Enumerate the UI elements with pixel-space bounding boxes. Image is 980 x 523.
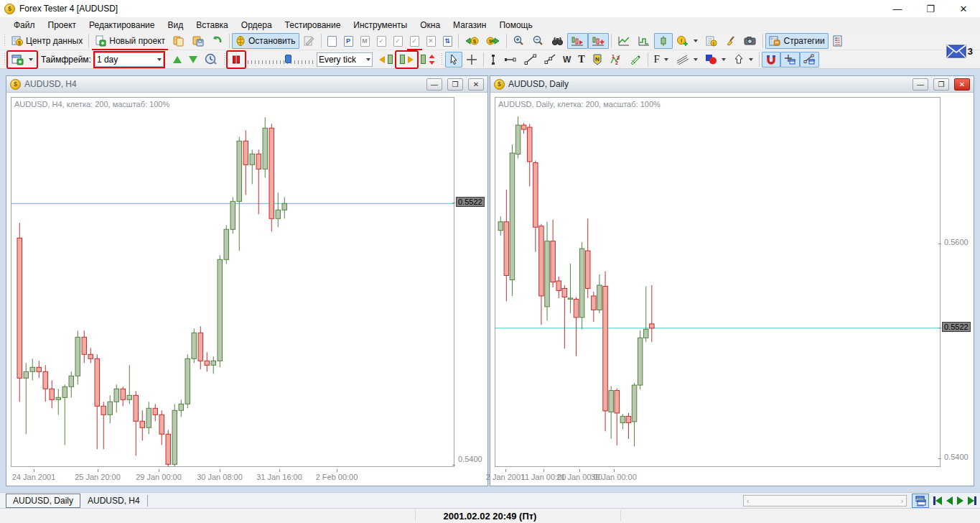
magnet-button[interactable] <box>762 52 780 68</box>
menu-orders[interactable]: Ордера <box>235 19 279 32</box>
tab-scrollbar[interactable]: ‹ › <box>743 495 907 506</box>
snap-crosshair-button[interactable] <box>780 52 800 68</box>
go-first-button[interactable] <box>933 496 942 505</box>
close-doc-button[interactable]: ✕ <box>423 33 439 49</box>
arrows-tool-button[interactable] <box>729 52 757 68</box>
profit-chart-button[interactable]: P <box>340 33 357 49</box>
add-currency-button[interactable]: i <box>673 33 701 49</box>
note-tool-button[interactable]: N <box>589 52 606 68</box>
menu-windows[interactable]: Окна <box>414 19 447 32</box>
go-next-button[interactable] <box>957 496 963 505</box>
close-icon[interactable]: ✕ <box>468 78 484 91</box>
chart-window-titlebar[interactable]: $ AUDUSD, H4 — ❐ ✕ <box>6 76 487 93</box>
minimize-icon[interactable]: — <box>913 78 928 91</box>
step-back-button[interactable] <box>375 52 396 68</box>
new-project-button[interactable]: Новый проект <box>91 33 169 49</box>
strategies-button[interactable]: Стратегии <box>765 33 829 49</box>
channels-tool-button[interactable] <box>672 52 701 68</box>
price-axis[interactable]: 0.56000.55220.5400 <box>941 97 973 467</box>
restore-icon[interactable]: ❐ <box>914 0 947 17</box>
withdraw-money-button[interactable]: $ <box>461 33 482 49</box>
notifications[interactable]: 3 <box>946 45 973 58</box>
vertical-line-tool-button[interactable] <box>486 52 500 68</box>
menu-testing[interactable]: Тестирование <box>279 19 347 32</box>
menu-project[interactable]: Проект <box>42 19 83 32</box>
crosshair-tool-button[interactable] <box>462 52 481 68</box>
chart-canvas-daily[interactable]: AUDUSD, Daily, клетка: 200, масштаб: 100… <box>495 97 941 467</box>
new-chart-window-button[interactable] <box>8 52 37 68</box>
marker-tool-button[interactable] <box>626 52 645 68</box>
step-forward-button[interactable] <box>396 52 417 68</box>
menu-help[interactable]: Помощь <box>493 19 538 32</box>
menu-view[interactable]: Вид <box>161 19 190 32</box>
candle-chart-mode-button[interactable] <box>654 33 673 49</box>
tick-mode-select[interactable]: Every tick <box>317 52 373 67</box>
zoom-out-button[interactable] <box>528 33 548 49</box>
candles-plot[interactable] <box>11 98 454 466</box>
minimize-icon[interactable]: — <box>426 78 442 91</box>
scroll-left-icon[interactable]: ‹ <box>747 497 749 505</box>
scroll-right-icon[interactable]: › <box>901 497 903 505</box>
zoom-in-button[interactable] <box>509 33 528 49</box>
time-axis[interactable]: 24 Jan 200125 Jan 20:0029 Jan 00:0030 Ja… <box>11 469 454 483</box>
time-settings-button[interactable] <box>201 52 221 68</box>
close-icon[interactable]: ✕ <box>954 78 970 91</box>
copy-project-button[interactable] <box>169 33 188 49</box>
tab-audusd-daily[interactable]: AUDUSD, Daily <box>6 494 80 508</box>
save-project-button[interactable] <box>188 33 207 49</box>
chart-canvas-h4[interactable]: AUDUSD, H4, клетка: 200, масштаб: 100% <box>11 97 454 467</box>
elliott-wave-tool-button[interactable]: 132 <box>606 52 626 68</box>
pause-button[interactable] <box>228 52 245 68</box>
step-updown-button[interactable] <box>417 52 439 68</box>
menu-store[interactable]: Магазин <box>447 19 493 32</box>
cursor-tool-button[interactable] <box>445 52 462 68</box>
menu-insert[interactable]: Вставка <box>190 19 235 32</box>
ray-tool-button[interactable] <box>540 52 559 68</box>
price-axis[interactable]: 0.55220.5400 <box>455 97 487 467</box>
margin-chart-button[interactable]: M <box>357 33 373 49</box>
speed-slider-thumb[interactable] <box>285 55 291 63</box>
chart-window-titlebar[interactable]: $ AUDUSD, Daily — ❐ ✕ <box>490 76 974 93</box>
text-tool-button[interactable]: T <box>574 52 588 68</box>
tile-windows-button[interactable] <box>912 494 929 508</box>
screenshot-button[interactable] <box>740 33 760 49</box>
go-prev-button[interactable] <box>946 496 953 505</box>
menu-tools[interactable]: Инструменты <box>347 19 414 32</box>
check-doc-2-button[interactable]: ✓ <box>390 33 406 49</box>
minimize-icon[interactable]: — <box>881 0 914 17</box>
line-chart-mode-button[interactable] <box>614 33 634 49</box>
find-button[interactable] <box>548 33 567 49</box>
trendline-tool-button[interactable] <box>521 52 540 68</box>
candles-plot[interactable] <box>495 98 940 466</box>
stop-test-button[interactable]: Остановить <box>232 33 299 49</box>
shapes-tool-button[interactable] <box>701 52 729 68</box>
horizontal-line-tool-button[interactable] <box>500 52 521 68</box>
deposit-money-button[interactable]: $ <box>482 33 504 49</box>
check-doc-1-button[interactable]: ✓ <box>373 33 390 49</box>
clear-charts-button[interactable] <box>721 33 740 49</box>
menu-edit[interactable]: Редактирование <box>83 19 161 32</box>
autoscroll-button[interactable] <box>567 33 588 49</box>
edit-test-button-disabled[interactable] <box>299 33 319 49</box>
speed-slider[interactable] <box>248 54 314 65</box>
timeframe-down-button[interactable] <box>185 52 201 68</box>
fibonacci-tool-button[interactable]: F <box>650 52 672 68</box>
tab-audusd-h4[interactable]: AUDUSD, H4 <box>80 494 147 508</box>
close-icon[interactable]: ✕ <box>947 0 980 17</box>
step-chart-mode-button[interactable] <box>634 33 654 49</box>
symbol-properties-button[interactable]: i <box>701 33 721 49</box>
titlebar[interactable]: $ Forex Tester 4 [AUDUSD] <box>0 0 980 17</box>
time-axis[interactable]: 2 Jan 200111 Jan 00:0021 Jan 00:0030 Jan… <box>495 469 941 483</box>
timeframe-up-button[interactable] <box>169 52 185 68</box>
data-center-button[interactable]: $ Центр данных <box>8 33 86 49</box>
check-doc-3-button[interactable]: ✓ <box>406 33 423 49</box>
undo-button[interactable] <box>207 33 227 49</box>
strategy-list-button[interactable] <box>829 33 848 49</box>
sync-doc-button[interactable]: ⇅ <box>439 33 456 49</box>
snap-line-button[interactable] <box>800 52 819 68</box>
chart-shift-button[interactable] <box>588 33 609 49</box>
menu-file[interactable]: Файл <box>7 19 42 32</box>
timeframe-select[interactable]: 1 day <box>95 52 164 67</box>
go-last-button[interactable] <box>968 496 976 505</box>
new-chart-doc-button[interactable] <box>324 33 340 49</box>
